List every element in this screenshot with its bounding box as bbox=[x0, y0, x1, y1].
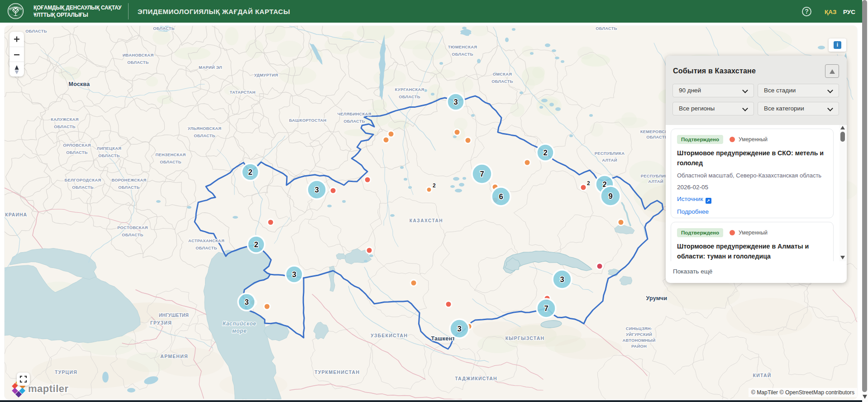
svg-text:КУРГАНСКАЯ: КУРГАНСКАЯ bbox=[395, 87, 424, 92]
svg-text:2: 2 bbox=[248, 168, 252, 176]
svg-text:ПЕНЗЕНСКАЯ: ПЕНЗЕНСКАЯ bbox=[155, 153, 186, 157]
svg-text:Москва: Москва bbox=[69, 81, 91, 87]
svg-text:ОБЛАСТЬ: ОБЛАСТЬ bbox=[98, 153, 120, 158]
svg-text:ЛИПЕЦКАЯ: ЛИПЕЦКАЯ bbox=[97, 146, 121, 151]
svg-text:9: 9 bbox=[608, 192, 612, 200]
svg-text:ОБЛАСТЬ: ОБЛАСТЬ bbox=[194, 134, 215, 138]
svg-text:ТЮМЕНСКАЯ: ТЮМЕНСКАЯ bbox=[448, 45, 477, 49]
svg-text:Урумчи: Урумчи bbox=[646, 295, 668, 302]
svg-text:ОБЛАСТЬ: ОБЛАСТЬ bbox=[160, 160, 181, 164]
svg-text:2: 2 bbox=[587, 180, 590, 187]
svg-text:ТАТАРСТАН: ТАТАРСТАН bbox=[230, 90, 256, 95]
svg-text:2: 2 bbox=[543, 148, 547, 157]
svg-text:3: 3 bbox=[453, 98, 458, 106]
svg-text:maptiler: maptiler bbox=[28, 383, 69, 394]
svg-text:2: 2 bbox=[254, 240, 258, 249]
svg-text:ОБЛАСТЬ: ОБЛАСТЬ bbox=[25, 29, 47, 34]
svg-text:УЛЬЯНОВСКАЯ: УЛЬЯНОВСКАЯ bbox=[188, 126, 221, 131]
svg-text:7: 7 bbox=[544, 304, 548, 312]
svg-text:7: 7 bbox=[480, 170, 484, 178]
svg-text:3: 3 bbox=[560, 275, 564, 283]
svg-text:ЧЕЛЯБИНСКАЯ: ЧЕЛЯБИНСКАЯ bbox=[337, 112, 371, 116]
svg-text:ГРУЗИЯ: ГРУЗИЯ bbox=[150, 320, 172, 325]
svg-text:ОБЛАСТЬ: ОБЛАСТЬ bbox=[196, 246, 217, 250]
svg-text:море: море bbox=[232, 328, 247, 334]
svg-text:2: 2 bbox=[433, 182, 436, 189]
svg-text:АСТРАХАНСКАЯ: АСТРАХАНСКАЯ bbox=[188, 239, 224, 243]
svg-text:ТАДЖИКИСТАН: ТАДЖИКИСТАН bbox=[455, 376, 497, 381]
svg-text:УЗБЕКИСТАН: УЗБЕКИСТАН bbox=[371, 333, 408, 338]
svg-text:ОБЛАСТЬ: ОБЛАСТЬ bbox=[343, 119, 365, 124]
svg-text:УКРАИНА: УКРАИНА bbox=[5, 212, 27, 217]
svg-text:ОБЛАСТЬ: ОБЛАСТЬ bbox=[72, 185, 94, 190]
svg-text:ОМСКАЯ: ОМСКАЯ bbox=[493, 72, 512, 77]
svg-text:ОРЛОВСКАЯ: ОРЛОВСКАЯ bbox=[63, 143, 91, 148]
svg-text:ИВАНОВСКАЯ: ИВАНОВСКАЯ bbox=[123, 53, 154, 57]
svg-text:ОБЛАСТЬ: ОБЛАСТЬ bbox=[122, 233, 143, 237]
svg-text:Ташкент: Ташкент bbox=[431, 335, 455, 342]
svg-text:3: 3 bbox=[315, 186, 319, 194]
svg-text:ОБЛАСТЬ: ОБЛАСТЬ bbox=[646, 135, 668, 139]
svg-text:РАЙОН: РАЙОН bbox=[631, 344, 647, 349]
svg-text:БЕЛГОРОДСКАЯ: БЕЛГОРОДСКАЯ bbox=[65, 178, 101, 182]
svg-text:ОБЛАСТЬ: ОБЛАСТЬ bbox=[399, 95, 420, 99]
svg-text:БАШКОРТОСТАН: БАШКОРТОСТАН bbox=[289, 118, 327, 123]
svg-text:ОБЛАСТЬ: ОБЛАСТЬ bbox=[66, 150, 88, 155]
svg-text:АВТОНОМНЫЙ: АВТОНОМНЫЙ bbox=[623, 338, 656, 343]
svg-text:ОБЛАСТЬ: ОБЛАСТЬ bbox=[118, 185, 140, 190]
svg-text:3: 3 bbox=[457, 325, 461, 333]
svg-text:РЕСПУБЛИКА: РЕСПУБЛИКА bbox=[595, 151, 625, 156]
svg-text:ТУРКМЕНИСТАН: ТУРКМЕНИСТАН bbox=[315, 369, 360, 375]
svg-text:ОБЛАСТЬ: ОБЛАСТЬ bbox=[54, 124, 76, 129]
svg-text:УЙГУРСКИЙ: УЙГУРСКИЙ bbox=[626, 332, 652, 337]
svg-text:Каспийское: Каспийское bbox=[223, 321, 256, 327]
svg-text:КАЛУЖСКАЯ: КАЛУЖСКАЯ bbox=[51, 117, 78, 122]
svg-text:ОБЛАСТЬ: ОБЛАСТЬ bbox=[153, 26, 175, 31]
svg-text:КАЗАХСТАН: КАЗАХСТАН bbox=[410, 218, 443, 223]
svg-text:6: 6 bbox=[499, 192, 503, 201]
svg-text:ИНГУШЕТИЯ: ИНГУШЕТИЯ bbox=[159, 313, 189, 318]
svg-text:АРМЕНИЯ: АРМЕНИЯ bbox=[160, 354, 188, 359]
svg-text:ВОРОНЕЖСКАЯ: ВОРОНЕЖСКАЯ bbox=[111, 178, 146, 182]
svg-text:АЛТАЙ: АЛТАЙ bbox=[602, 158, 617, 163]
svg-text:МАРИЙ ЭЛ: МАРИЙ ЭЛ bbox=[199, 65, 222, 70]
svg-text:3: 3 bbox=[244, 298, 248, 306]
svg-text:СИНЬЦЗЯН-: СИНЬЦЗЯН- bbox=[626, 326, 652, 331]
svg-text:АЛТАЙ: АЛТАЙ bbox=[648, 179, 663, 184]
svg-text:ОБЛАСТЬ: ОБЛАСТЬ bbox=[491, 79, 513, 84]
svg-text:ОБЛАСТЬ: ОБЛАСТЬ bbox=[127, 60, 149, 65]
svg-text:ОБЛАСТЬ: ОБЛАСТЬ bbox=[596, 26, 617, 31]
svg-text:3: 3 bbox=[292, 270, 296, 278]
svg-text:УДМУРТИЯ: УДМУРТИЯ bbox=[254, 73, 278, 77]
svg-text:РОСТОВСКАЯ: РОСТОВСКАЯ bbox=[117, 225, 148, 230]
svg-text:ОБЛАСТЬ: ОБЛАСТЬ bbox=[452, 52, 473, 57]
svg-text:КИТАЙ: КИТАЙ bbox=[753, 373, 772, 378]
svg-text:КЫРГЫЗСТАН: КЫРГЫЗСТАН bbox=[506, 335, 544, 341]
svg-text:ТУРЦИЯ: ТУРЦИЯ bbox=[55, 369, 77, 375]
